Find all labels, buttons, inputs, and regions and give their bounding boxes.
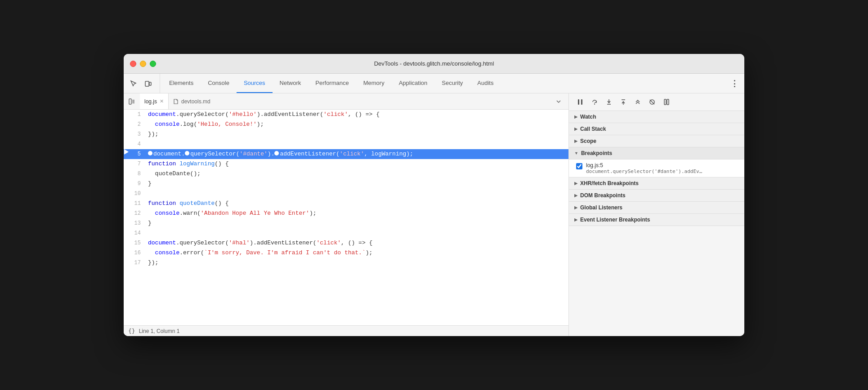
- close-button[interactable]: [130, 61, 136, 67]
- tab-network[interactable]: Network: [273, 74, 309, 93]
- dom-arrow: ▶: [574, 193, 577, 198]
- svg-rect-7: [581, 99, 582, 105]
- svg-rect-1: [149, 82, 151, 85]
- tab-sources[interactable]: Sources: [237, 74, 273, 93]
- left-panel: log.js ✕ devtools.md: [124, 93, 569, 336]
- code-line-17: 17 });: [124, 258, 568, 268]
- debug-toolbar: [569, 93, 744, 111]
- global-listeners-section-header[interactable]: ▶ Global Listeners: [569, 202, 744, 214]
- devtools-window: DevTools - devtools.glitch.me/console/lo…: [124, 54, 744, 336]
- status-bar: {} Line 1, Column 1: [124, 325, 568, 336]
- deactivate-breakpoints-button[interactable]: [646, 96, 658, 108]
- svg-rect-15: [664, 99, 666, 105]
- code-line-2: 2 console.log('Hello, Console!');: [124, 120, 568, 129]
- inspect-icon[interactable]: [127, 77, 140, 90]
- code-line-4: 4: [124, 139, 568, 149]
- right-panel: ▶ Watch ▶ Call Stack ▶ Scope ▼ Breakpoin…: [569, 93, 744, 336]
- scope-section-header[interactable]: ▶ Scope: [569, 135, 744, 147]
- step-into-button[interactable]: [603, 96, 615, 108]
- minimize-button[interactable]: [140, 61, 146, 67]
- tab-console[interactable]: Console: [201, 74, 237, 93]
- svg-rect-16: [667, 99, 669, 105]
- breakpoints-arrow: ▼: [574, 151, 578, 155]
- file-tab-label: log.js: [144, 98, 157, 105]
- file-tab-label-md: devtools.md: [181, 98, 210, 105]
- breakpoint-code: document.querySelector('#dante').addEv..…: [586, 168, 703, 174]
- code-line-11: 11 function quoteDante() {: [124, 199, 568, 208]
- watch-arrow: ▶: [574, 115, 577, 119]
- breakpoint-location: log.js:5: [586, 162, 737, 168]
- breakpoints-section-content: log.js:5 document.querySelector('#dante'…: [569, 160, 744, 177]
- watch-section-header[interactable]: ▶ Watch: [569, 111, 744, 123]
- more-tabs-button[interactable]: [552, 95, 565, 108]
- event-arrow: ▶: [574, 217, 577, 222]
- breakpoint-checkbox[interactable]: [576, 163, 582, 169]
- code-editor[interactable]: 1 document.querySelector('#hello').addEv…: [124, 110, 568, 325]
- tab-audits[interactable]: Audits: [470, 74, 501, 93]
- code-line-5: 5 document.querySelector('#dante').addEv…: [124, 149, 568, 159]
- show-navigator-button[interactable]: [125, 95, 138, 108]
- code-line-3: 3 });: [124, 129, 568, 139]
- code-line-8: 8 quoteDante();: [124, 169, 568, 179]
- breakpoint-item-1: log.js:5 document.querySelector('#dante'…: [569, 160, 744, 177]
- svg-rect-6: [578, 99, 579, 105]
- step-over-button[interactable]: [589, 96, 600, 108]
- xhr-arrow: ▶: [574, 181, 577, 186]
- window-title: DevTools - devtools.glitch.me/console/lo…: [374, 60, 494, 67]
- file-tab-logjs[interactable]: log.js ✕: [140, 93, 169, 109]
- toolbar-right: ⋮: [725, 74, 741, 93]
- tab-memory[interactable]: Memory: [356, 74, 392, 93]
- scope-arrow: ▶: [574, 139, 577, 143]
- pause-resume-button[interactable]: [574, 96, 586, 108]
- titlebar: DevTools - devtools.glitch.me/console/lo…: [124, 54, 744, 74]
- xhr-breakpoints-section-header[interactable]: ▶ XHR/fetch Breakpoints: [569, 177, 744, 190]
- code-line-12: 12 console.warn('Abandon Hope All Ye Who…: [124, 208, 568, 218]
- svg-rect-2: [129, 99, 131, 104]
- toolbar-icons: [127, 74, 160, 93]
- device-icon[interactable]: [142, 77, 154, 90]
- breakpoints-section-header[interactable]: ▼ Breakpoints: [569, 147, 744, 160]
- tab-security[interactable]: Security: [434, 74, 470, 93]
- call-stack-arrow: ▶: [574, 127, 577, 131]
- file-tabs-right: [552, 95, 568, 108]
- maximize-button[interactable]: [150, 61, 156, 67]
- dom-breakpoints-section-header[interactable]: ▶ DOM Breakpoints: [569, 190, 744, 202]
- main-tab-nav: Elements Console Sources Network Perform…: [162, 74, 725, 93]
- svg-rect-0: [145, 81, 149, 86]
- file-tabs: log.js ✕ devtools.md: [124, 93, 568, 110]
- code-line-1: 1 document.querySelector('#hello').addEv…: [124, 110, 568, 120]
- more-options-button[interactable]: ⋮: [728, 77, 741, 90]
- file-icon: [173, 99, 179, 104]
- code-line-9: 9 }: [124, 179, 568, 189]
- step-out-button[interactable]: [617, 96, 629, 108]
- event-listener-breakpoints-section-header[interactable]: ▶ Event Listener Breakpoints: [569, 214, 744, 226]
- tab-application[interactable]: Application: [392, 74, 435, 93]
- code-line-14: 14: [124, 228, 568, 238]
- debugger-sections: ▶ Watch ▶ Call Stack ▶ Scope ▼ Breakpoin…: [569, 111, 744, 336]
- global-arrow: ▶: [574, 205, 577, 210]
- tab-performance[interactable]: Performance: [308, 74, 356, 93]
- code-line-13: 13 }: [124, 218, 568, 228]
- pause-on-exceptions-button[interactable]: [661, 96, 672, 108]
- pretty-print-icon[interactable]: {}: [128, 328, 135, 334]
- cursor-position: Line 1, Column 1: [139, 328, 180, 334]
- tab-toolbar: Elements Console Sources Network Perform…: [124, 74, 744, 93]
- tab-elements[interactable]: Elements: [162, 74, 201, 93]
- breakpoint-info: log.js:5 document.querySelector('#dante'…: [586, 162, 737, 174]
- code-line-15: 15 document.querySelector('#hal').addEve…: [124, 238, 568, 248]
- step-button[interactable]: [632, 96, 644, 108]
- breakpoint-arrow-5: [124, 149, 130, 155]
- code-line-16: 16 console.error(`I'm sorry, Dave. I'm a…: [124, 248, 568, 258]
- code-line-6: 7 function logWarning() {: [124, 159, 568, 169]
- close-tab-icon[interactable]: ✕: [160, 98, 164, 104]
- call-stack-section-header[interactable]: ▶ Call Stack: [569, 123, 744, 135]
- traffic-lights: [130, 61, 156, 67]
- file-tab-devtools[interactable]: devtools.md: [169, 93, 215, 109]
- main-content: log.js ✕ devtools.md: [124, 93, 744, 336]
- code-line-10: 10: [124, 189, 568, 199]
